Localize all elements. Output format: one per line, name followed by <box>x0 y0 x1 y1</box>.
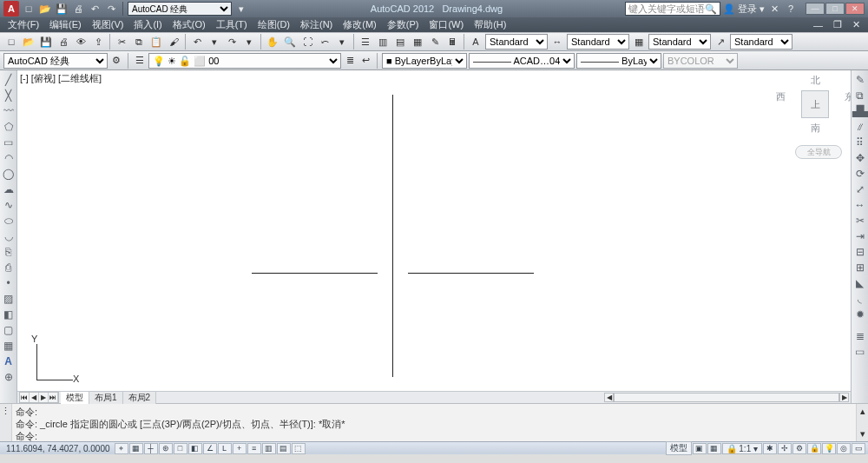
plotstyle-select[interactable]: BYCOLOR <box>663 53 738 69</box>
pan-icon[interactable]: ✋ <box>265 34 280 50</box>
menu-draw[interactable]: 绘图(D) <box>253 18 294 31</box>
view-cube[interactable]: 北 西 上 东 南 <box>785 74 845 152</box>
grid-toggle[interactable]: ▦ <box>129 443 143 454</box>
markup-icon[interactable]: ✎ <box>427 34 443 50</box>
array-icon[interactable]: ⠿ <box>852 135 867 149</box>
fillet-icon[interactable]: ◟ <box>852 291 867 306</box>
layer-select[interactable]: 💡 ☀ 🔓 ⬜ 00 <box>148 53 341 69</box>
xline-icon[interactable]: ╳ <box>1 88 16 103</box>
doc-minimize-button[interactable]: — <box>809 20 827 30</box>
tab-first-icon[interactable]: ⏮ <box>20 393 30 402</box>
ortho-toggle[interactable]: ┼ <box>144 443 158 454</box>
menu-help[interactable]: 帮助(H) <box>470 18 510 31</box>
plot-preview-icon[interactable]: 👁 <box>73 34 89 50</box>
break-icon[interactable]: ⊟ <box>852 244 867 259</box>
linetype-select[interactable]: ———— ACAD…04W10(▾ <box>469 53 575 69</box>
paste-icon[interactable]: 📋 <box>148 34 164 50</box>
revcloud-icon[interactable]: ☁ <box>1 182 16 196</box>
hscroll[interactable]: ◀ ▶ <box>604 393 849 402</box>
match-icon[interactable]: 🖌 <box>166 34 181 50</box>
table-style-combo[interactable]: ▦ Standard <box>631 34 711 50</box>
open-icon[interactable]: 📂 <box>21 34 36 50</box>
cut-icon[interactable]: ✂ <box>114 34 129 50</box>
dyn-toggle[interactable]: + <box>233 443 247 454</box>
3dosnap-toggle[interactable]: ◧ <box>188 443 202 454</box>
zoom-window-icon[interactable]: ⛶ <box>299 34 315 50</box>
lwt-toggle[interactable]: ≡ <box>247 443 261 454</box>
search-icon[interactable]: 🔍 <box>705 3 717 15</box>
rectangle-icon[interactable]: ▭ <box>1 135 16 149</box>
drawing-area[interactable]: [-] [俯视] [二维线框] Y X 北 西 上 东 南 全导航 <box>17 70 851 403</box>
tab-model[interactable]: 模型 <box>61 392 89 404</box>
polar-toggle[interactable]: ⊛ <box>159 443 173 454</box>
arc-icon[interactable]: ◠ <box>1 150 16 165</box>
gradient-icon[interactable]: ◧ <box>1 307 16 321</box>
draworder-icon[interactable]: ≣ <box>852 328 867 343</box>
chamfer-icon[interactable]: ◣ <box>852 275 867 290</box>
annoscale[interactable]: 🔒 1:1 ▾ <box>722 443 762 454</box>
snap-toggle[interactable]: ⌖ <box>115 443 128 454</box>
new-icon[interactable]: □ <box>22 2 36 16</box>
annoauto-icon[interactable]: ✢ <box>778 443 792 454</box>
menu-param[interactable]: 参数(P) <box>383 18 424 31</box>
osnap-toggle[interactable]: □ <box>174 443 187 454</box>
mleader-style-combo[interactable]: ↗ Standard <box>713 34 792 50</box>
publish-icon[interactable]: ⇪ <box>90 34 106 50</box>
steering-wheel[interactable]: 全导航 <box>795 145 842 159</box>
properties-icon[interactable]: ☰ <box>358 34 373 50</box>
pline-icon[interactable]: 〰 <box>1 103 16 118</box>
offset-icon[interactable]: ⫽ <box>852 119 867 134</box>
viewcube-top[interactable]: 上 <box>801 90 829 118</box>
join-icon[interactable]: ⊞ <box>852 260 867 274</box>
toolbar-lock-icon[interactable]: 🔒 <box>807 443 821 454</box>
save-icon[interactable]: 💾 <box>38 34 54 50</box>
menu-edit[interactable]: 编辑(E) <box>45 18 86 31</box>
layer-manager-icon[interactable]: ☰ <box>133 54 147 68</box>
sc-toggle[interactable]: ⬚ <box>292 443 306 454</box>
minimize-button[interactable]: — <box>806 3 825 15</box>
quickview-layouts-icon[interactable]: ▣ <box>693 443 707 454</box>
redo-icon[interactable]: ↷ <box>224 34 240 50</box>
insert-block-icon[interactable]: ⎘ <box>1 244 16 259</box>
viewcube-west[interactable]: 西 <box>776 90 786 118</box>
viewcube-north[interactable]: 北 <box>811 74 820 87</box>
hscroll-right-icon[interactable]: ▶ <box>839 393 849 402</box>
tab-layout2[interactable]: 布局2 <box>123 392 157 404</box>
extend-icon[interactable]: ⇥ <box>852 228 867 243</box>
layer-prev-icon[interactable]: ↩ <box>358 54 372 68</box>
ws-switch-icon[interactable]: ⚙ <box>792 443 806 454</box>
zoom-prev-icon[interactable]: ⤺ <box>317 34 332 50</box>
clean-screen-icon[interactable]: ▭ <box>852 443 865 454</box>
select-icon[interactable]: ▭ <box>852 344 867 359</box>
menu-dimension[interactable]: 标注(N) <box>296 18 337 31</box>
color-select[interactable]: ■ ByLayerByLayer <box>382 53 467 69</box>
viewcube-south[interactable]: 南 <box>811 122 820 135</box>
command-handle-icon[interactable]: ⋮ <box>0 404 12 441</box>
trim-icon[interactable]: ✂ <box>852 213 867 228</box>
print-icon[interactable]: 🖨 <box>71 2 85 16</box>
hscroll-left-icon[interactable]: ◀ <box>604 393 614 402</box>
new-icon[interactable]: □ <box>3 34 19 50</box>
otrack-toggle[interactable]: ∠ <box>203 443 217 454</box>
mirror-icon[interactable]: ▟▙ <box>852 103 867 118</box>
quickcalc-icon[interactable]: 🖩 <box>444 34 460 50</box>
tab-last-icon[interactable]: ⏭ <box>49 393 58 402</box>
region-icon[interactable]: ▢ <box>1 322 16 337</box>
undo-dd-icon[interactable]: ▾ <box>207 34 222 50</box>
design-center-icon[interactable]: ▥ <box>375 34 391 50</box>
help-icon[interactable]: ? <box>784 2 798 16</box>
command-window[interactable]: ⋮ 命令: 命令: _circle 指定圆的圆心或 [三点(3P)/两点(2P)… <box>0 403 868 441</box>
tpy-toggle[interactable]: ▥ <box>262 443 276 454</box>
menu-file[interactable]: 文件(F) <box>3 18 43 31</box>
undo-icon[interactable]: ↶ <box>88 2 102 16</box>
menu-window[interactable]: 窗口(W) <box>424 18 468 31</box>
circle-icon[interactable]: ◯ <box>1 166 16 181</box>
doc-restore-button[interactable]: ❐ <box>829 19 846 30</box>
scale-icon[interactable]: ⤢ <box>852 182 867 196</box>
copy2-icon[interactable]: ⧉ <box>852 88 867 103</box>
save-icon[interactable]: 💾 <box>55 2 69 16</box>
ellipse-arc-icon[interactable]: ◡ <box>1 228 16 243</box>
scroll-down-icon[interactable]: ▾ <box>860 428 865 440</box>
scroll-up-icon[interactable]: ▴ <box>860 406 865 417</box>
tab-prev-icon[interactable]: ◀ <box>30 393 39 402</box>
